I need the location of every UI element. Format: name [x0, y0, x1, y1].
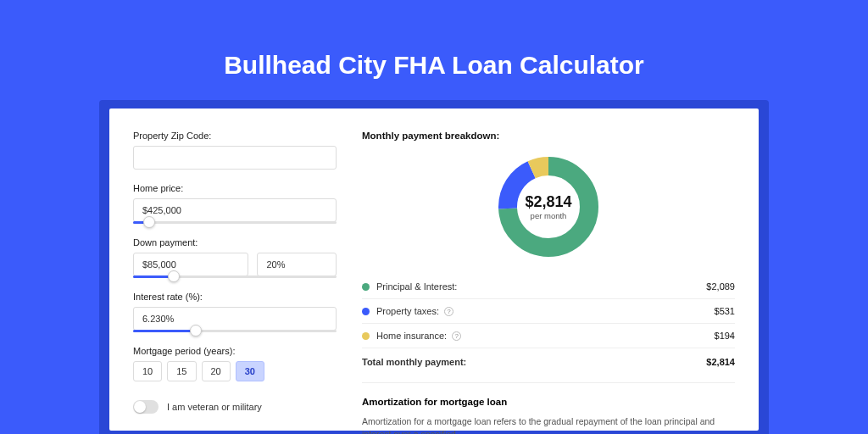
amortization-section: Amortization for mortgage loan Amortizat…: [362, 382, 735, 434]
row-total-value: $2,814: [706, 357, 735, 367]
row-principal-label: Principal & Interest:: [376, 281, 457, 292]
period-btn-15[interactable]: 15: [167, 361, 196, 381]
rate-slider[interactable]: [133, 330, 337, 332]
row-insurance-left: Home insurance: ?: [362, 331, 461, 341]
price-input[interactable]: [133, 198, 337, 222]
amortization-text: Amortization for a mortgage loan refers …: [362, 415, 735, 434]
donut-value: $2,814: [525, 193, 571, 211]
down-group: Down payment:: [133, 237, 337, 278]
calculator-frame: Property Zip Code: Home price: Down paym…: [99, 100, 769, 434]
rate-input[interactable]: [133, 307, 337, 331]
row-taxes: Property taxes: ? $531: [362, 299, 735, 324]
row-insurance-label: Home insurance:: [376, 331, 447, 341]
row-total-label: Total monthly payment:: [362, 357, 466, 367]
period-btn-10[interactable]: 10: [133, 361, 162, 381]
down-pct-input[interactable]: [257, 253, 337, 276]
info-icon[interactable]: ?: [444, 307, 453, 316]
down-slider[interactable]: [133, 275, 337, 278]
down-slider-thumb[interactable]: [168, 270, 180, 282]
rate-slider-fill: [133, 330, 196, 332]
row-principal-left: Principal & Interest:: [362, 281, 457, 292]
row-taxes-left: Property taxes: ?: [362, 306, 453, 316]
price-label: Home price:: [133, 183, 337, 193]
row-insurance: Home insurance: ? $194: [362, 324, 735, 348]
period-group: Mortgage period (years): 10 15 20 30: [133, 346, 337, 381]
price-slider-thumb[interactable]: [143, 216, 155, 228]
period-options: 10 15 20 30: [133, 361, 337, 381]
dot-icon-blue: [362, 308, 370, 315]
period-label: Mortgage period (years):: [133, 346, 337, 356]
dot-icon-yellow: [362, 332, 370, 340]
donut-center: $2,814 per month: [496, 154, 601, 259]
veteran-label: I am veteran or military: [167, 402, 262, 412]
donut-wrap: $2,814 per month: [362, 154, 735, 259]
calculator-card: Property Zip Code: Home price: Down paym…: [109, 108, 759, 431]
row-principal-value: $2,089: [706, 281, 735, 292]
row-total: Total monthly payment: $2,814: [362, 348, 735, 374]
donut-sub: per month: [531, 211, 567, 220]
rate-group: Interest rate (%):: [133, 292, 337, 332]
period-btn-30[interactable]: 30: [236, 361, 264, 381]
price-group: Home price:: [133, 183, 337, 224]
rate-label: Interest rate (%):: [133, 292, 337, 302]
veteran-toggle[interactable]: [133, 400, 159, 414]
row-insurance-value: $194: [715, 331, 735, 341]
veteran-row: I am veteran or military: [133, 400, 337, 414]
breakdown-column: Monthly payment breakdown: $2,814 per: [362, 131, 735, 431]
dot-icon-green: [362, 283, 370, 291]
payment-donut-chart: $2,814 per month: [496, 154, 601, 259]
veteran-toggle-knob: [134, 401, 146, 413]
down-amount-input[interactable]: [133, 253, 248, 276]
period-btn-20[interactable]: 20: [202, 361, 231, 381]
zip-label: Property Zip Code:: [133, 131, 337, 141]
rate-slider-thumb[interactable]: [190, 325, 202, 337]
row-principal: Principal & Interest: $2,089: [362, 275, 735, 299]
page-root: Bullhead City FHA Loan Calculator Proper…: [0, 0, 868, 434]
zip-group: Property Zip Code:: [133, 131, 337, 170]
amortization-heading: Amortization for mortgage loan: [362, 397, 735, 407]
inputs-column: Property Zip Code: Home price: Down paym…: [133, 131, 337, 431]
row-taxes-label: Property taxes:: [376, 306, 439, 316]
info-icon[interactable]: ?: [452, 331, 461, 341]
page-title: Bullhead City FHA Loan Calculator: [224, 51, 644, 80]
zip-input[interactable]: [133, 146, 337, 170]
breakdown-heading: Monthly payment breakdown:: [362, 131, 735, 141]
price-slider[interactable]: [133, 221, 337, 224]
row-taxes-value: $531: [715, 306, 735, 316]
down-label: Down payment:: [133, 237, 337, 248]
